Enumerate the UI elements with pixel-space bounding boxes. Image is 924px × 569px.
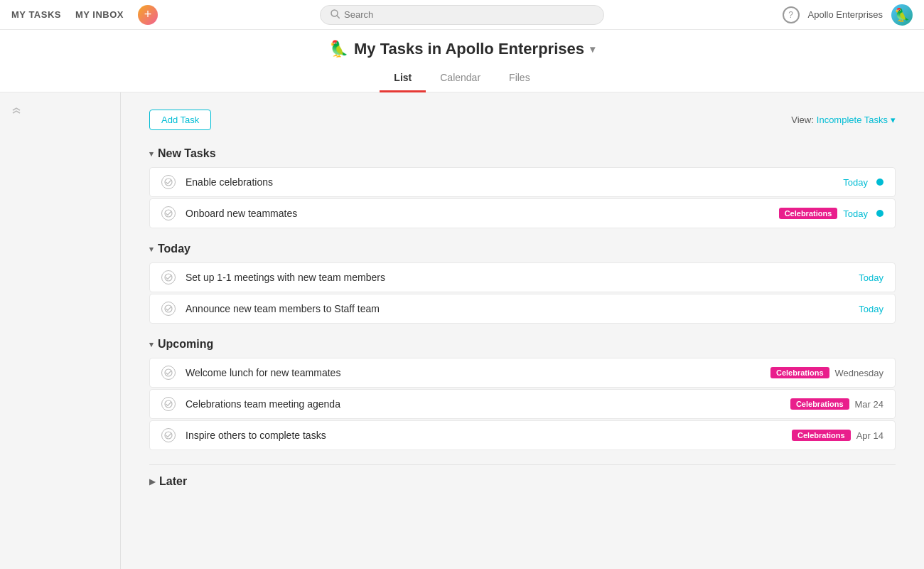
view-chevron-icon: ▾ (891, 115, 896, 125)
task-meta: Today (843, 177, 883, 188)
task-name[interactable]: Welcome lunch for new teammates (186, 367, 770, 378)
upcoming-chevron-icon: ▾ (149, 340, 154, 349)
my-tasks-nav[interactable]: MY TASKS (11, 9, 61, 20)
task-meta: Celebrations Mar 24 (790, 398, 883, 410)
nav-right: ? Apollo Enterprises 🦜 (783, 4, 913, 26)
search-input[interactable] (344, 9, 593, 20)
task-checkbox[interactable] (161, 397, 176, 411)
add-task-button[interactable]: Add Task (149, 110, 211, 130)
page-title-text: My Tasks in Apollo Enterprises (354, 40, 584, 58)
due-date: Today (859, 272, 883, 283)
task-name[interactable]: Onboard new teammates (186, 208, 779, 219)
task-name[interactable]: Celebrations team meeting agenda (186, 398, 790, 410)
task-name[interactable]: Enable celebrations (186, 176, 843, 188)
new-tasks-chevron-icon: ▾ (149, 149, 154, 159)
task-row: Announce new team members to Staff team … (149, 294, 896, 324)
section-new-tasks: ▾ New Tasks Enable celebrations Today (149, 147, 896, 228)
later-label: Later (159, 475, 187, 488)
tab-list[interactable]: List (380, 68, 426, 92)
due-date: Apr 14 (856, 430, 883, 441)
tag-badge: Celebrations (770, 367, 829, 378)
task-name[interactable]: Set up 1-1 meetings with new team member… (186, 272, 859, 283)
new-tasks-label: New Tasks (158, 147, 216, 160)
tag-badge: Celebrations (779, 208, 838, 219)
later-chevron-icon: ▶ (149, 477, 155, 486)
avatar[interactable]: 🦜 (891, 4, 913, 26)
section-upcoming-header[interactable]: ▾ Upcoming (149, 338, 896, 351)
section-upcoming: ▾ Upcoming Welcome lunch for new teammat… (149, 338, 896, 450)
due-date: Today (859, 304, 883, 314)
view-label: Incomplete Tasks (817, 115, 888, 125)
due-dot (876, 179, 883, 186)
sidebar-collapse[interactable] (0, 101, 120, 124)
task-meta: Celebrations Apr 14 (792, 430, 883, 441)
layout: Add Task View: Incomplete Tasks ▾ ▾ New … (0, 92, 924, 569)
page-header: 🦜 My Tasks in Apollo Enterprises ▾ List … (0, 30, 924, 92)
page-title-chevron[interactable]: ▾ (590, 43, 595, 55)
main-content: Add Task View: Incomplete Tasks ▾ ▾ New … (121, 92, 924, 569)
tab-calendar[interactable]: Calendar (426, 68, 495, 92)
due-date: Mar 24 (855, 399, 883, 410)
due-date: Wednesday (835, 368, 883, 378)
today-label: Today (158, 243, 190, 255)
section-today-header[interactable]: ▾ Today (149, 243, 896, 255)
org-name: Apollo Enterprises (808, 9, 883, 20)
task-meta: Celebrations Wednesday (770, 367, 883, 378)
task-name[interactable]: Announce new team members to Staff team (186, 303, 859, 314)
toolbar: Add Task View: Incomplete Tasks ▾ (149, 110, 896, 130)
sidebar (0, 92, 121, 569)
section-new-tasks-header[interactable]: ▾ New Tasks (149, 147, 896, 160)
section-today: ▾ Today Set up 1-1 meetings with new tea… (149, 243, 896, 324)
my-inbox-nav[interactable]: MY INBOX (75, 9, 124, 20)
section-later: ▶ Later (149, 464, 896, 498)
page-title: 🦜 My Tasks in Apollo Enterprises ▾ (0, 40, 924, 58)
task-name[interactable]: Inspire others to complete tasks (186, 430, 792, 441)
search-bar (320, 5, 604, 25)
tag-badge: Celebrations (790, 398, 849, 410)
today-chevron-icon: ▾ (149, 245, 154, 254)
task-row: Onboard new teammates Celebrations Today (149, 198, 896, 228)
task-checkbox[interactable] (161, 175, 176, 189)
help-button[interactable]: ? (783, 6, 800, 23)
task-row: Welcome lunch for new teammates Celebrat… (149, 358, 896, 388)
task-checkbox[interactable] (161, 428, 176, 442)
search-icon (331, 9, 340, 21)
tabs: List Calendar Files (0, 67, 924, 92)
due-date: Today (843, 208, 868, 219)
task-row: Celebrations team meeting agenda Celebra… (149, 389, 896, 419)
add-button[interactable]: + (138, 5, 158, 25)
task-row: Enable celebrations Today (149, 167, 896, 197)
task-checkbox[interactable] (161, 206, 176, 220)
svg-line-1 (337, 16, 340, 18)
tab-files[interactable]: Files (495, 68, 544, 92)
upcoming-label: Upcoming (158, 338, 213, 351)
avatar-icon: 🦜 (894, 7, 910, 23)
task-row: Inspire others to complete tasks Celebra… (149, 420, 896, 450)
nav-left: MY TASKS MY INBOX + (11, 5, 158, 25)
tag-badge: Celebrations (792, 430, 851, 441)
task-checkbox[interactable] (161, 366, 176, 380)
due-date: Today (843, 177, 868, 188)
view-selector[interactable]: View: Incomplete Tasks ▾ (791, 115, 896, 125)
task-row: Set up 1-1 meetings with new team member… (149, 262, 896, 292)
due-dot (876, 210, 883, 217)
task-meta: Celebrations Today (779, 208, 883, 219)
task-meta: Today (859, 304, 883, 314)
top-nav: MY TASKS MY INBOX + ? Apollo Enterprises… (0, 0, 924, 30)
section-later-header[interactable]: ▶ Later (149, 475, 187, 488)
task-checkbox[interactable] (161, 302, 176, 316)
task-checkbox[interactable] (161, 270, 176, 284)
page-title-icon: 🦜 (329, 40, 348, 58)
task-meta: Today (859, 272, 883, 283)
